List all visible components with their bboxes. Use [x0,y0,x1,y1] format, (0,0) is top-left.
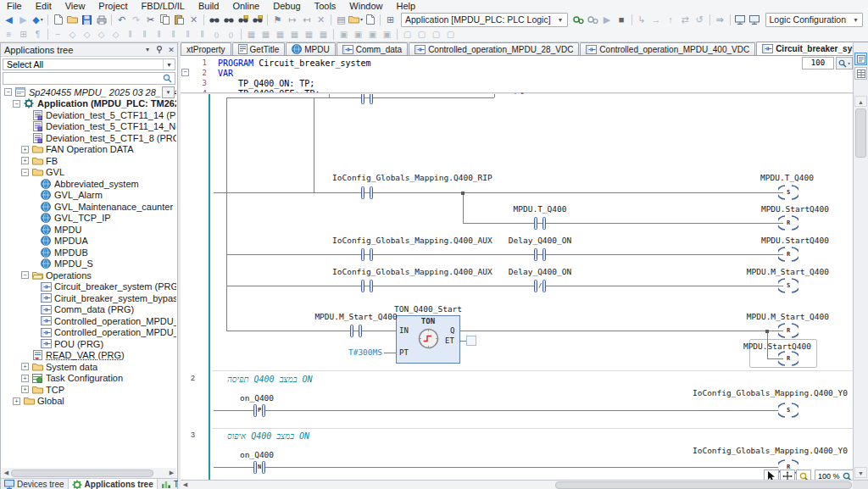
vertical-scrollbar-thumb[interactable] [855,108,866,158]
editor-tab-controlled_operation_mpdu_400_vdc[interactable]: Controlled_operation_MPDU_400_VDC [580,42,755,55]
search-icon[interactable] [160,74,175,83]
insert-contact-right-button[interactable]: ◇ [80,28,94,42]
tree-item[interactable]: MPDUA [2,236,176,247]
operand-label[interactable]: MPDU.T_Q400 [514,205,567,214]
search-next-button[interactable] [236,13,250,26]
declaration-view-toggle[interactable] [854,53,867,65]
insert-coil-pair-button[interactable]: () [209,28,224,42]
declaration-line[interactable]: 1PROGRAM Circuit_breaker_system [181,58,853,68]
tree-item[interactable]: Ciruit_breaker_system_bypas (PRG) [2,292,176,304]
tree-item[interactable]: Controlled_operation_MPDU_28_VDC (P [2,315,176,327]
display-mode-button[interactable] [733,13,748,26]
tree-item[interactable]: −GVL [2,167,176,179]
operand-label[interactable]: IoConfig_Globals_Mapping.Q400_AUX [332,236,492,245]
project-version-dropdown[interactable]: ▼ [162,86,175,98]
tree-filter-dropdown[interactable]: Select All ▼ [3,58,175,70]
operand-label[interactable]: Delay_Q400_ON [509,236,571,245]
menu-debug[interactable]: Debug [266,0,307,12]
tree-item[interactable]: GVL_Alarm [2,190,176,202]
operand-label[interactable]: on_Q400 [240,451,274,459]
tree-expander[interactable]: − [21,169,29,176]
ladder-coil-r[interactable]: R [778,323,798,338]
search-button[interactable] [207,13,221,26]
bookmark-prev-button[interactable]: ↤ [299,13,314,26]
tree-expander[interactable]: − [13,100,20,108]
ladder-coil-r[interactable]: R [778,215,798,231]
insert-branch-button[interactable]: ‖ [166,28,181,42]
insert-network-button[interactable]: − [51,28,65,42]
operand-label[interactable]: MPDU.StartQ400 [743,342,811,351]
tree-item[interactable]: +System data [2,361,176,373]
ladder-horizontal-scrollbar[interactable]: ◀ ▶ [181,480,853,489]
toggle-comments-button[interactable]: ¶ [31,28,45,42]
menu-build[interactable]: Build [192,0,225,12]
operand-label[interactable]: T#300MS [348,348,382,357]
ladder-editor[interactable]: 23TON_Q400_StartTONINPTQET/PNSRRSRRSRIoC… [181,94,853,480]
new-pou-button[interactable] [363,13,377,26]
ladder-contact[interactable] [534,248,546,261]
insert-op2-button[interactable]: ▣ [351,28,365,42]
operand-label[interactable]: Delay_Q400_ON [509,268,571,276]
tree-item[interactable]: Deviation_test_5_CTF11_14 (PRG) [2,109,176,121]
tree-item[interactable]: READ_VAR (PRG) [2,350,176,362]
ladder-contact[interactable] [361,186,373,199]
cut-button[interactable]: ✂ [143,13,158,26]
insert-contact-button[interactable]: ◇ [65,28,80,42]
tree-item[interactable]: MPDUB [2,247,176,258]
scroll-down-button[interactable]: ▼ [854,467,867,478]
declaration-line[interactable]: 2VAR [181,68,853,78]
undo-button[interactable]: ↶ [114,13,129,26]
insert-op3-button[interactable]: ▣ [365,28,380,42]
ladder-contact[interactable] [534,217,546,230]
editor-tab-controlled_operation_mpdu_28_vdc[interactable]: Controlled_operation_MPDU_28_VDC [409,42,579,55]
operand-label[interactable]: MPDU.T_Q400 [760,174,814,182]
tree-item[interactable]: GVL_TCP_IP [2,213,176,225]
editor-tab-xtproperty[interactable]: xtProperty [181,42,231,55]
table-view-toggle[interactable] [854,67,867,80]
ladder-contact-edge-p[interactable]: P [253,404,265,417]
insert-box3-button[interactable]: ▦ [273,28,287,42]
step-over-button[interactable]: → [649,13,664,26]
ladder-contact-negated[interactable]: / [534,280,546,292]
editor-tab-gettitle[interactable]: GetTitle [232,42,286,55]
et-output-placeholder[interactable] [466,336,476,346]
insert-box6-button[interactable]: ▦ [316,28,331,42]
step-out-button[interactable]: ↑ [664,13,678,26]
logic-configuration-selector[interactable]: Logic Configuration▼ [765,13,863,27]
tree-expander[interactable]: + [21,375,29,382]
editor-tab-mpdu[interactable]: MPDU [286,42,335,55]
new-project-button[interactable] [51,13,65,26]
menu-view[interactable]: View [58,0,92,12]
tree-item[interactable]: +FAN Operation DATA [2,144,176,156]
editor-tab-comm_data[interactable]: Comm_data [337,42,408,55]
tree-item[interactable]: GVL_Maintenanace_caunter [2,201,176,213]
ladder-coil-r[interactable]: R [778,247,798,262]
tree-horizontal-scrollbar[interactable]: ◀▶ [2,468,176,478]
menu-edit[interactable]: Edit [29,0,58,12]
bookmark-clear-button[interactable]: ✕ [314,13,328,26]
ladder-contact[interactable] [350,325,362,337]
nav-history-button[interactable]: ◆▾ [31,13,45,26]
tree-expander[interactable]: − [21,271,29,279]
declaration-editor[interactable]: 1PROGRAM Circuit_breaker_system2VAR3 TP_… [181,56,853,93]
nav-back-button[interactable]: ◀ [2,13,16,26]
navigator-tab-applications-tree[interactable]: Applications tree [69,479,158,489]
start-button[interactable]: ▶ [600,13,615,26]
insert-op1-button[interactable]: ▣ [337,28,351,42]
insert-branch-below-button[interactable]: ‖ [195,28,209,42]
step-into-button[interactable]: ↳ [635,13,649,26]
tree-expander[interactable]: + [21,386,29,393]
view-network-button[interactable]: ≡ [2,28,16,42]
tree-item[interactable]: −Operations [2,270,176,281]
search-input[interactable] [3,74,160,83]
bookmark-next-button[interactable]: ↦ [285,13,299,26]
editor-tab-circuit_breaker_system[interactable]: Circuit_breaker_system✕ [756,42,868,55]
tree-item[interactable]: +Global [2,396,176,408]
operand-label[interactable]: IoConfig_Globals_Mapping.Q400_AUX [332,268,492,276]
search-replace-button[interactable] [221,13,236,26]
ton-instance-name[interactable]: TON_Q400_Start [394,304,462,314]
tree-item[interactable]: +TCP [2,384,176,396]
operand-label[interactable]: IoConfig_Globals_Mapping.Q400_Y0 [693,389,848,397]
tree-item[interactable]: +FB [2,155,176,167]
menu-help[interactable]: Help [389,0,422,12]
